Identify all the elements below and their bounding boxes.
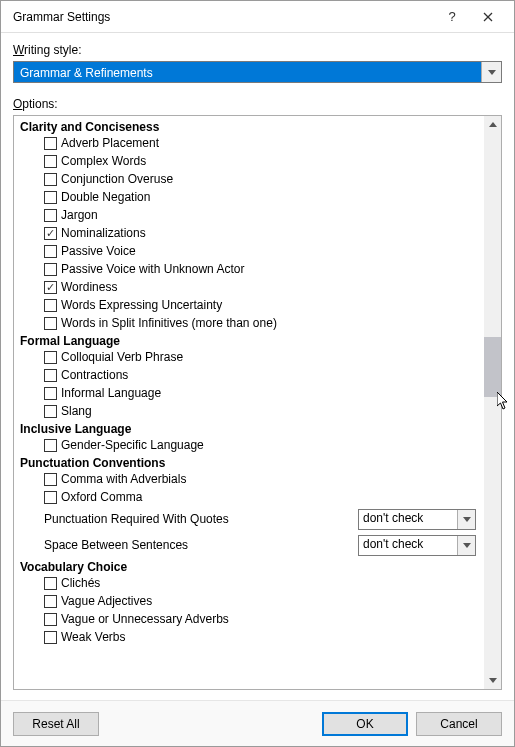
checkbox[interactable] bbox=[44, 263, 57, 276]
checkbox[interactable] bbox=[44, 191, 57, 204]
checkbox-label: Oxford Comma bbox=[61, 488, 142, 506]
chevron-up-icon bbox=[489, 122, 497, 127]
checkbox[interactable] bbox=[44, 317, 57, 330]
select-label: Space Between Sentences bbox=[44, 538, 358, 552]
scroll-up-button[interactable] bbox=[484, 116, 501, 133]
checkbox-row[interactable]: Adverb Placement bbox=[18, 134, 480, 152]
writing-style-label: Writing style: bbox=[13, 43, 502, 57]
checkbox-row[interactable]: Slang bbox=[18, 402, 480, 420]
chevron-down-icon bbox=[457, 536, 475, 555]
checkbox[interactable] bbox=[44, 209, 57, 222]
checkbox[interactable] bbox=[44, 473, 57, 486]
select-label: Punctuation Required With Quotes bbox=[44, 512, 358, 526]
checkbox[interactable] bbox=[44, 405, 57, 418]
checkbox[interactable] bbox=[44, 155, 57, 168]
grammar-settings-dialog: Grammar Settings ? Writing style: Gramma… bbox=[0, 0, 515, 747]
checkbox-row[interactable]: Vague or Unnecessary Adverbs bbox=[18, 610, 480, 628]
scrollbar[interactable] bbox=[484, 116, 501, 689]
checkbox-row[interactable]: Words in Split Infinitives (more than on… bbox=[18, 314, 480, 332]
checkbox[interactable] bbox=[44, 595, 57, 608]
checkbox[interactable] bbox=[44, 299, 57, 312]
checkbox-row[interactable]: Passive Voice with Unknown Actor bbox=[18, 260, 480, 278]
titlebar: Grammar Settings ? bbox=[1, 1, 514, 33]
checkbox-label: Slang bbox=[61, 402, 92, 420]
checkbox-row[interactable]: Vague Adjectives bbox=[18, 592, 480, 610]
select-row: Punctuation Required With Quotesdon't ch… bbox=[18, 506, 480, 532]
checkbox[interactable] bbox=[44, 439, 57, 452]
help-button[interactable]: ? bbox=[434, 3, 470, 31]
checkbox-label: Informal Language bbox=[61, 384, 161, 402]
checkbox-row[interactable]: Words Expressing Uncertainty bbox=[18, 296, 480, 314]
checkbox[interactable] bbox=[44, 173, 57, 186]
checkbox-row[interactable]: Wordiness bbox=[18, 278, 480, 296]
chevron-down-icon bbox=[457, 510, 475, 529]
group-header: Formal Language bbox=[18, 332, 480, 348]
writing-style-value: Grammar & Refinements bbox=[14, 62, 481, 82]
reset-all-button[interactable]: Reset All bbox=[13, 712, 99, 736]
checkbox-label: Comma with Adverbials bbox=[61, 470, 186, 488]
checkbox-row[interactable]: Contractions bbox=[18, 366, 480, 384]
checkbox[interactable] bbox=[44, 227, 57, 240]
checkbox-row[interactable]: Jargon bbox=[18, 206, 480, 224]
checkbox-row[interactable]: Weak Verbs bbox=[18, 628, 480, 646]
select-dropdown[interactable]: don't check bbox=[358, 535, 476, 556]
dialog-footer: Reset All OK Cancel bbox=[1, 700, 514, 746]
checkbox[interactable] bbox=[44, 631, 57, 644]
checkbox-label: Adverb Placement bbox=[61, 134, 159, 152]
checkbox-label: Contractions bbox=[61, 366, 128, 384]
checkbox-row[interactable]: Gender-Specific Language bbox=[18, 436, 480, 454]
checkbox[interactable] bbox=[44, 613, 57, 626]
options-label: Options: bbox=[13, 97, 502, 111]
checkbox-label: Jargon bbox=[61, 206, 98, 224]
dialog-title: Grammar Settings bbox=[13, 10, 434, 24]
checkbox[interactable] bbox=[44, 351, 57, 364]
select-dropdown[interactable]: don't check bbox=[358, 509, 476, 530]
group-header: Clarity and Conciseness bbox=[18, 118, 480, 134]
checkbox-label: Weak Verbs bbox=[61, 628, 125, 646]
checkbox[interactable] bbox=[44, 281, 57, 294]
checkbox-label: Double Negation bbox=[61, 188, 150, 206]
cancel-button[interactable]: Cancel bbox=[416, 712, 502, 736]
checkbox-row[interactable]: Conjunction Overuse bbox=[18, 170, 480, 188]
checkbox-label: Passive Voice with Unknown Actor bbox=[61, 260, 244, 278]
checkbox-row[interactable]: Clichés bbox=[18, 574, 480, 592]
checkbox[interactable] bbox=[44, 491, 57, 504]
checkbox-row[interactable]: Colloquial Verb Phrase bbox=[18, 348, 480, 366]
checkbox-row[interactable]: Oxford Comma bbox=[18, 488, 480, 506]
checkbox-label: Complex Words bbox=[61, 152, 146, 170]
checkbox-row[interactable]: Comma with Adverbials bbox=[18, 470, 480, 488]
checkbox-label: Colloquial Verb Phrase bbox=[61, 348, 183, 366]
scrollbar-thumb[interactable] bbox=[484, 337, 501, 397]
ok-button[interactable]: OK bbox=[322, 712, 408, 736]
checkbox-row[interactable]: Passive Voice bbox=[18, 242, 480, 260]
checkbox-label: Words Expressing Uncertainty bbox=[61, 296, 222, 314]
checkbox-label: Gender-Specific Language bbox=[61, 436, 204, 454]
select-value: don't check bbox=[359, 510, 457, 529]
group-header: Inclusive Language bbox=[18, 420, 480, 436]
checkbox-row[interactable]: Double Negation bbox=[18, 188, 480, 206]
checkbox[interactable] bbox=[44, 369, 57, 382]
checkbox[interactable] bbox=[44, 387, 57, 400]
scrollbar-track[interactable] bbox=[484, 133, 501, 672]
checkbox-label: Clichés bbox=[61, 574, 100, 592]
checkbox-label: Vague or Unnecessary Adverbs bbox=[61, 610, 229, 628]
checkbox-row[interactable]: Nominalizations bbox=[18, 224, 480, 242]
options-list: Clarity and ConcisenessAdverb PlacementC… bbox=[14, 116, 484, 689]
close-icon bbox=[483, 12, 493, 22]
select-value: don't check bbox=[359, 536, 457, 555]
checkbox-label: Conjunction Overuse bbox=[61, 170, 173, 188]
select-row: Space Between Sentencesdon't check bbox=[18, 532, 480, 558]
checkbox-label: Words in Split Infinitives (more than on… bbox=[61, 314, 277, 332]
checkbox-label: Wordiness bbox=[61, 278, 117, 296]
chevron-down-icon bbox=[481, 62, 501, 82]
writing-style-dropdown[interactable]: Grammar & Refinements bbox=[13, 61, 502, 83]
checkbox[interactable] bbox=[44, 137, 57, 150]
checkbox[interactable] bbox=[44, 245, 57, 258]
checkbox-label: Nominalizations bbox=[61, 224, 146, 242]
checkbox-row[interactable]: Informal Language bbox=[18, 384, 480, 402]
group-header: Punctuation Conventions bbox=[18, 454, 480, 470]
checkbox[interactable] bbox=[44, 577, 57, 590]
scroll-down-button[interactable] bbox=[484, 672, 501, 689]
close-button[interactable] bbox=[470, 3, 506, 31]
checkbox-row[interactable]: Complex Words bbox=[18, 152, 480, 170]
